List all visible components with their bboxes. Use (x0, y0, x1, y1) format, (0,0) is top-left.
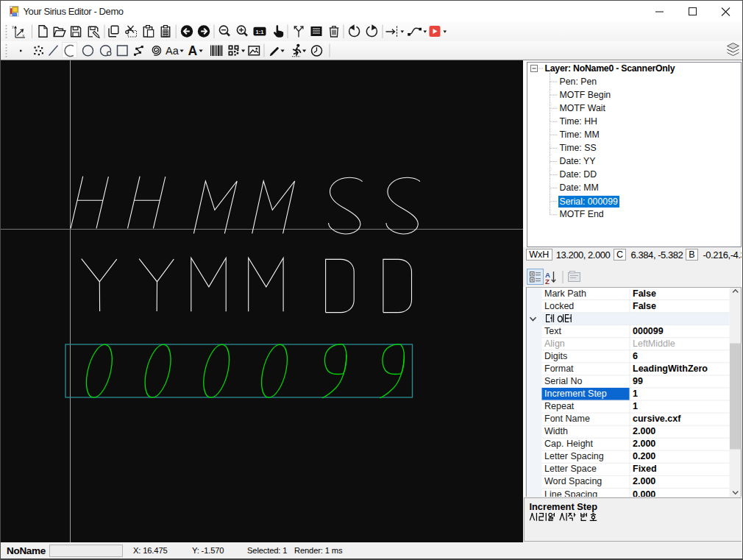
svg-text:Aa: Aa (166, 45, 179, 57)
svg-text:y: y (12, 24, 14, 29)
svg-text:A: A (188, 43, 198, 58)
svg-text:Z: Z (545, 277, 550, 286)
svg-text:x: x (23, 33, 25, 38)
svg-text:1:1: 1:1 (256, 29, 264, 35)
